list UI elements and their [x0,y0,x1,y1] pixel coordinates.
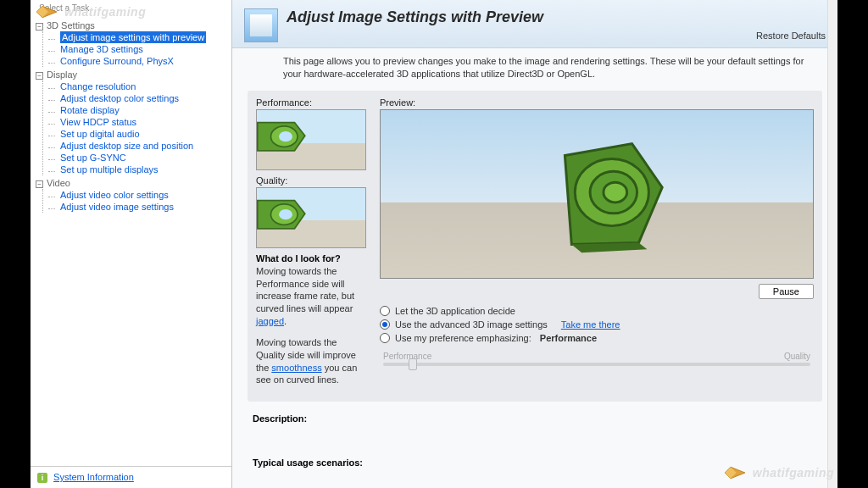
scrollbar[interactable] [827,0,837,488]
sidebar-footer: i System Information [31,466,231,488]
page-header: Adjust Image Settings with Preview Resto… [232,0,837,48]
help-text-span: Moving towards the Performance side will… [256,266,354,314]
svg-point-7 [279,209,292,219]
help-title: What do I look for? [256,253,368,263]
watermark-bottom: whatifgaming [721,463,834,483]
svg-point-10 [604,182,627,202]
tree-item[interactable]: Change resolution [55,80,228,92]
settings-panel: Performance: Quality: [248,91,822,402]
tree-item[interactable]: Set up multiple displays [55,164,228,175]
tree-group-label[interactable]: −Video [36,177,228,189]
intro-text: This page allows you to preview changes … [232,48,837,87]
tree-link[interactable]: View HDCP status [60,117,136,127]
preview-label: Preview: [380,97,814,108]
tree-link[interactable]: Adjust video image settings [60,202,174,212]
radio-label: Use the advanced 3D image settings [395,319,548,330]
watermark-icon [721,463,749,483]
radio-option-advanced[interactable]: Use the advanced 3D image settings Take … [380,318,814,331]
watermark-text: whatifgaming [64,5,146,19]
tree-item[interactable]: Configure Surround, PhysX [55,55,228,67]
tree-item[interactable]: Rotate display [55,104,228,116]
radio-icon[interactable] [380,333,390,343]
help-paragraph-1: Moving towards the Performance side will… [256,265,368,328]
tree-link[interactable]: Set up digital audio [60,129,140,139]
tree-item[interactable]: Adjust video color settings [55,189,228,201]
smoothness-link[interactable]: smoothness [271,363,321,373]
header-icon [244,8,278,42]
system-information-link[interactable]: System Information [53,472,134,482]
quality-label: Quality: [256,175,368,186]
performance-thumbnail [256,109,366,170]
tree-link[interactable]: Set up multiple displays [60,164,159,175]
tree-collapse-icon[interactable]: − [36,180,43,188]
radio-label: Let the 3D application decide [395,306,515,316]
slider-label-left: Performance [383,352,431,361]
radio-icon[interactable] [380,319,390,330]
performance-label: Performance: [256,97,368,108]
tree-link[interactable]: Change resolution [60,81,136,92]
tree-group-text: Video [47,178,70,188]
quality-thumbnail [256,187,366,248]
tree-link[interactable]: Manage 3D settings [60,44,143,54]
tree-item[interactable]: View HDCP status [55,116,228,128]
main-content: Adjust Image Settings with Preview Resto… [232,0,837,488]
tree-item[interactable]: Set up digital audio [55,128,228,140]
quality-slider: Performance Quality [383,352,810,366]
tree-item[interactable]: Manage 3D settings [55,43,228,55]
tree-item[interactable]: Set up G-SYNC [55,152,228,164]
emphasis-value: Performance [540,333,597,343]
nvidia-logo-icon [256,191,309,239]
svg-point-5 [279,131,292,141]
tree-link[interactable]: Adjust desktop size and position [60,141,193,151]
tree-collapse-icon[interactable]: − [36,23,43,30]
slider-thumb [409,358,417,370]
page-title: Adjust Image Settings with Preview [287,8,756,26]
jagged-link[interactable]: jagged [256,316,284,326]
sidebar: Select a Task −3D SettingsAdjust image s… [31,0,232,488]
help-paragraph-2: Moving towards the Quality side will imp… [256,336,368,386]
tree-link[interactable]: Adjust video color settings [60,190,169,200]
tree-link[interactable]: Rotate display [60,105,120,115]
nav-tree: −3D SettingsAdjust image settings with p… [31,14,231,466]
help-text-span: . [284,316,287,326]
tree-link[interactable]: Adjust image settings with preview [60,31,206,43]
take-me-there-link[interactable]: Take me there [561,319,620,330]
preview-viewport [380,109,814,279]
tree-link[interactable]: Adjust desktop color settings [60,93,179,103]
radio-label: Use my preference emphasizing: [395,333,531,343]
tree-item[interactable]: Adjust desktop color settings [55,92,228,104]
tree-group-label[interactable]: −Display [36,69,228,80]
nvidia-logo-3d [381,110,813,278]
radio-option-app-decide[interactable]: Let the 3D application decide [380,304,814,318]
tree-link[interactable]: Configure Surround, PhysX [60,56,174,66]
nvidia-logo-icon [256,114,309,161]
watermark-text: whatifgaming [753,466,834,480]
pause-button[interactable]: Pause [759,284,814,299]
tree-collapse-icon[interactable]: − [36,72,43,80]
watermark-icon [32,2,61,22]
tree-item[interactable]: Adjust image settings with preview [55,31,228,43]
tree-item[interactable]: Adjust desktop size and position [55,140,228,152]
watermark-top: whatifgaming [32,2,146,22]
slider-label-right: Quality [784,352,810,361]
tree-link[interactable]: Set up G-SYNC [60,152,126,163]
description-label: Description: [253,413,822,424]
tree-group-text: Display [47,69,77,80]
tree-item[interactable]: Adjust video image settings [55,201,228,213]
radio-icon[interactable] [380,306,390,316]
info-icon: i [37,473,47,483]
radio-option-preference[interactable]: Use my preference emphasizing: Performan… [380,331,814,345]
restore-defaults-link[interactable]: Restore Defaults [756,30,826,42]
slider-track [383,363,810,366]
